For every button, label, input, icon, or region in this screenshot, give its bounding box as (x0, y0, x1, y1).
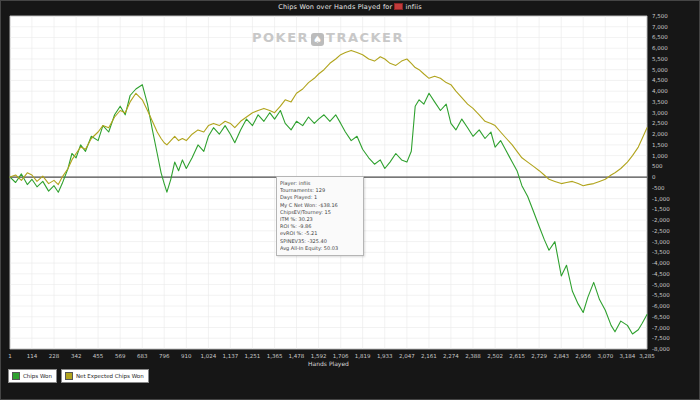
x-tick-label: 2,615 (509, 353, 525, 359)
tooltip-line: Avg All-In Equity: 50.03 (280, 245, 360, 252)
y-tick-label: -6,000 (652, 303, 670, 309)
y-tick-label: 2,500 (652, 120, 668, 126)
x-tick-label: 3,184 (620, 353, 636, 359)
y-tick-label: 7,500 (652, 13, 668, 19)
x-tick-label: 569 (115, 353, 126, 359)
x-tick-label: 1,592 (311, 353, 327, 359)
tooltip-line: ITM %: 30.23 (280, 216, 360, 223)
x-tick-label: 2,047 (399, 353, 415, 359)
y-tick-label: 1,000 (652, 153, 668, 159)
legend-label: Net Expected Chips Won (76, 373, 144, 379)
y-tick-label: -4,500 (652, 271, 670, 277)
x-tick-label: 1,024 (201, 353, 217, 359)
y-tick-label: 5,500 (652, 56, 668, 62)
y-tick-label: -5,500 (652, 292, 670, 298)
x-tick-label: 228 (49, 353, 60, 359)
watermark-left: POKER (252, 30, 309, 45)
y-tick-label: -3,500 (652, 249, 670, 255)
legend: Chips WonNet Expected Chips Won (8, 369, 149, 383)
x-tick-label: 1,706 (333, 353, 349, 359)
y-tick-label: 7,000 (652, 24, 668, 30)
chart-title: Chips Won over Hands Played forinfiis (0, 3, 700, 11)
chart-title-text: Chips Won over Hands Played for (278, 3, 392, 11)
x-tick-label: 1,137 (222, 353, 238, 359)
y-tick-label: -3,000 (652, 239, 670, 245)
tooltip-line: evROI %: -5.21 (280, 230, 360, 237)
legend-item[interactable]: Chips Won (8, 369, 57, 383)
y-tick-label: 4,000 (652, 88, 668, 94)
x-tick-label: 2,161 (421, 353, 437, 359)
x-tick-label: 3,285 (639, 353, 655, 359)
tooltip-line: My C Net Won: -$38.16 (280, 202, 360, 209)
y-tick-label: 500 (652, 163, 663, 169)
pokertracker-watermark: POKER♠TRACKER (252, 30, 404, 46)
x-tick-label: 1,251 (245, 353, 261, 359)
tooltip-line: ROI %: -9.86 (280, 223, 360, 230)
x-tick-label: 910 (181, 353, 192, 359)
x-tick-label: 2,956 (575, 353, 591, 359)
y-tick-label: -1,500 (652, 206, 670, 212)
tooltip-line: Player: infiis (280, 180, 360, 187)
legend-swatch-icon (12, 372, 20, 380)
legend-label: Chips Won (23, 373, 52, 379)
tooltip-line: SPINEV35: -325.40 (280, 238, 360, 245)
y-tick-label: 6,500 (652, 34, 668, 40)
x-tick-label: 1 (8, 353, 12, 359)
x-tick-label: 455 (93, 353, 104, 359)
watermark-right: TRACKER (326, 30, 404, 45)
y-tick-label: 0 (652, 174, 656, 180)
x-tick-label: 1,365 (267, 353, 283, 359)
x-tick-label: 2,729 (531, 353, 547, 359)
tooltip-line: Tournaments: 129 (280, 187, 360, 194)
y-tick-label: -5,000 (652, 282, 670, 288)
player-flag-icon (394, 3, 403, 10)
x-tick-label: 2,502 (487, 353, 503, 359)
x-tick-label: 2,388 (465, 353, 481, 359)
y-tick-label: 4,500 (652, 77, 668, 83)
x-axis-label: Hands Played (10, 360, 647, 367)
x-tick-label: 1,819 (355, 353, 371, 359)
y-tick-label: 5,000 (652, 67, 668, 73)
y-tick-label: -7,000 (652, 325, 670, 331)
x-tick-label: 1,478 (289, 353, 305, 359)
y-tick-label: -1,000 (652, 196, 670, 202)
y-tick-label: -2,000 (652, 217, 670, 223)
y-tick-label: 6,000 (652, 45, 668, 51)
tooltip-line: ChipsEV/Tourney: 15 (280, 209, 360, 216)
x-tick-label: 2,274 (443, 353, 459, 359)
x-tick-label: 342 (71, 353, 82, 359)
y-tick-label: -8,000 (652, 346, 670, 352)
player-name: infiis (405, 3, 421, 11)
tooltip-line: Days Played: 1 (280, 194, 360, 201)
stats-tooltip: Player: infiisTournaments: 129Days Playe… (276, 176, 364, 256)
y-tick-label: 3,000 (652, 110, 668, 116)
y-tick-label: 2,000 (652, 131, 668, 137)
x-tick-label: 1,933 (377, 353, 393, 359)
y-tick-label: -500 (652, 185, 665, 191)
y-tick-label: -7,500 (652, 335, 670, 341)
x-tick-label: 683 (137, 353, 148, 359)
x-tick-label: 796 (159, 353, 170, 359)
legend-swatch-icon (65, 372, 73, 380)
spade-icon: ♠ (311, 33, 324, 46)
y-tick-label: -4,000 (652, 260, 670, 266)
x-tick-label: 114 (27, 353, 38, 359)
y-tick-label: -6,500 (652, 314, 670, 320)
x-tick-label: 3,070 (597, 353, 613, 359)
y-tick-label: 1,500 (652, 142, 668, 148)
y-tick-label: 3,500 (652, 99, 668, 105)
legend-item[interactable]: Net Expected Chips Won (61, 369, 149, 383)
x-tick-label: 2,843 (553, 353, 569, 359)
y-tick-label: -2,500 (652, 228, 670, 234)
